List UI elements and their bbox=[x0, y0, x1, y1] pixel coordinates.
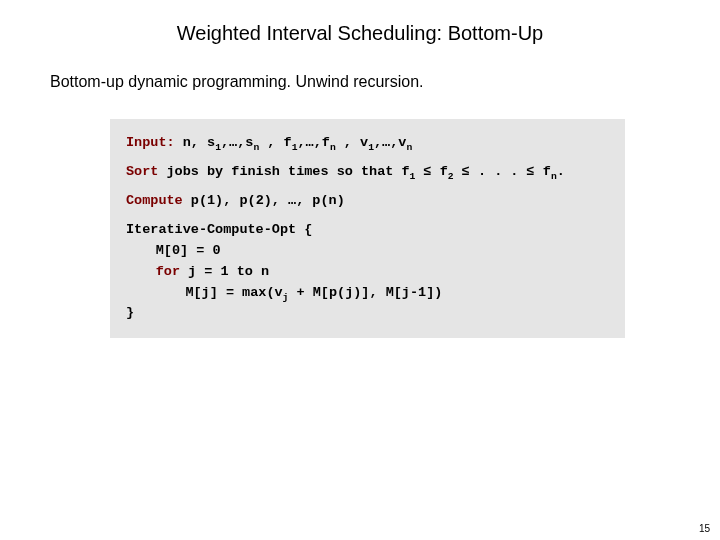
code-sort-line: Sort jobs by finish times so that f1 ≤ f… bbox=[126, 162, 609, 183]
kw-compute: Compute bbox=[126, 193, 183, 208]
slide-title: Weighted Interval Scheduling: Bottom-Up bbox=[50, 22, 670, 45]
page-number: 15 bbox=[699, 523, 710, 534]
pseudocode-box: Input: n, s1,…,sn , f1,…,fn , v1,…,vn So… bbox=[110, 119, 625, 338]
code-fn-close: } bbox=[126, 303, 609, 324]
code-compute-line: Compute p(1), p(2), …, p(n) bbox=[126, 191, 609, 212]
kw-for: for bbox=[156, 264, 180, 279]
code-fn-line1: M[0] = 0 bbox=[126, 241, 609, 262]
subtitle-rest: Unwind recursion. bbox=[291, 73, 424, 90]
code-input-line: Input: n, s1,…,sn , f1,…,fn , v1,…,vn bbox=[126, 133, 609, 154]
kw-sort: Sort bbox=[126, 164, 158, 179]
code-fn-for: for j = 1 to n bbox=[126, 262, 609, 283]
subtitle-lead: Bottom-up dynamic programming. bbox=[50, 73, 291, 90]
code-fn-body: M[j] = max(vj + M[p(j)], M[j-1]) bbox=[126, 283, 609, 304]
slide-subtitle: Bottom-up dynamic programming. Unwind re… bbox=[50, 73, 670, 91]
kw-input: Input: bbox=[126, 135, 175, 150]
code-fn-header: Iterative-Compute-Opt { bbox=[126, 220, 609, 241]
